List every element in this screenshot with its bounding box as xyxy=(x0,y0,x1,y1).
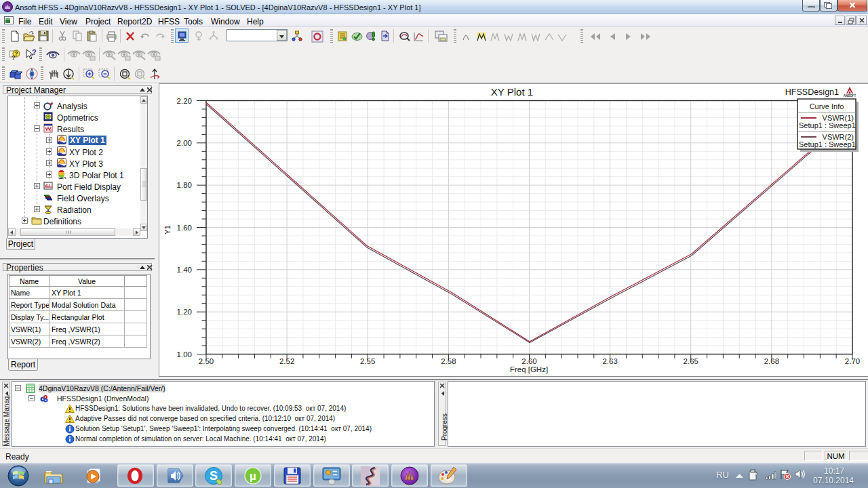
svg-text:?: ? xyxy=(32,49,37,56)
svg-text:2.50: 2.50 xyxy=(199,357,214,365)
svg-text:2.60: 2.60 xyxy=(521,357,536,365)
svg-text:2.70: 2.70 xyxy=(845,357,860,365)
svg-text:Curve Info: Curve Info xyxy=(810,102,844,110)
svg-text:Freq [GHz]: Freq [GHz] xyxy=(510,365,548,373)
svg-text:Setup1 : Sweep1: Setup1 : Sweep1 xyxy=(799,140,856,148)
svg-text:1.80: 1.80 xyxy=(177,181,192,189)
svg-text:Y1: Y1 xyxy=(163,225,172,235)
svg-text:2.65: 2.65 xyxy=(684,357,698,365)
svg-text:1.00: 1.00 xyxy=(177,350,192,359)
svg-text:2.00: 2.00 xyxy=(177,139,192,147)
svg-text:1.40: 1.40 xyxy=(177,266,192,274)
svg-text:µ: µ xyxy=(250,470,256,483)
svg-text:XY Plot 1: XY Plot 1 xyxy=(491,86,533,98)
svg-text:HFSSDesign1: HFSSDesign1 xyxy=(785,87,839,97)
svg-text:2.63: 2.63 xyxy=(602,357,617,365)
svg-text:1.60: 1.60 xyxy=(177,224,192,232)
svg-text:2.20: 2.20 xyxy=(177,97,192,105)
svg-text:2.68: 2.68 xyxy=(764,357,779,365)
svg-text:Setup1 : Sweep1: Setup1 : Sweep1 xyxy=(799,121,856,129)
svg-text:?: ? xyxy=(12,54,16,61)
svg-text:1.20: 1.20 xyxy=(177,308,192,316)
svg-text:VSWR(1): VSWR(1) xyxy=(823,114,854,122)
svg-text:ANSOFT: ANSOFT xyxy=(844,94,856,98)
svg-text:2.55: 2.55 xyxy=(360,357,375,365)
svg-text:2.58: 2.58 xyxy=(441,357,456,365)
svg-text:VSWR(2): VSWR(2) xyxy=(823,133,854,141)
svg-text:2.52: 2.52 xyxy=(279,357,294,365)
